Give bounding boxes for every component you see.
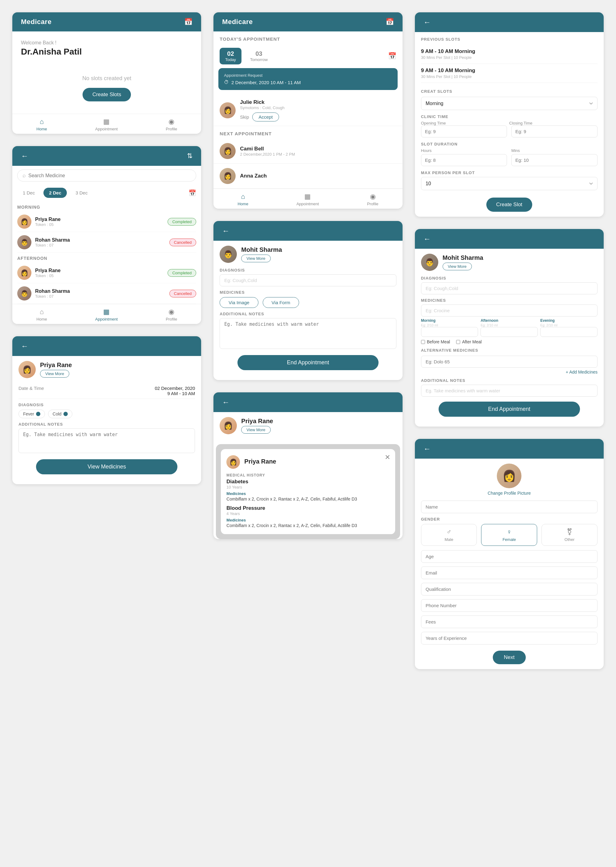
create-slots-button[interactable]: Create Slots — [83, 88, 131, 101]
before-meal-checkbox[interactable] — [421, 340, 425, 344]
appt-patient-info-7: Priya Rane View More — [241, 418, 273, 434]
back-arrow-4[interactable]: ← — [21, 151, 28, 160]
nav-profile-4[interactable]: ◉ Profile — [166, 308, 177, 322]
after-meal-checkbox[interactable] — [456, 340, 460, 344]
additional-notes-label-5: ADDITIONAL NOTES — [19, 422, 195, 427]
dosage-afternoon-input[interactable] — [481, 327, 538, 337]
calendar-icon-1[interactable]: 📅 — [184, 18, 193, 26]
modal-close-button[interactable]: ✕ — [385, 453, 390, 461]
cold-label: Cold — [53, 411, 61, 416]
nav-profile-2[interactable]: ◉ Profile — [367, 192, 379, 206]
search-input[interactable] — [28, 173, 191, 178]
gender-female[interactable]: ♀ Female — [481, 524, 537, 546]
name-input[interactable] — [421, 501, 597, 513]
view-more-button-5[interactable]: View More — [40, 370, 69, 378]
before-meal-check[interactable]: Before Meal — [421, 339, 450, 344]
date-pill-2dec[interactable]: 2 Dec — [43, 188, 67, 198]
notes-input-5[interactable] — [19, 429, 195, 453]
screen-mohit-prescription: ← 👨 Mohit Sharma View More DIAGNOSIS MED… — [415, 229, 604, 427]
gender-other[interactable]: ⚧ Other — [541, 524, 597, 546]
nav-appointment-2[interactable]: ▦ Appointment — [296, 192, 319, 206]
end-appointment-button-6[interactable]: End Appointment — [237, 355, 379, 370]
notes-input-6[interactable] — [220, 318, 396, 349]
nav-home-4[interactable]: ⌂ Home — [36, 308, 47, 322]
alt-med-input[interactable] — [421, 356, 597, 368]
back-arrow-7[interactable]: ← — [222, 398, 229, 407]
accept-button[interactable]: Accept — [252, 112, 279, 121]
nav-profile-1[interactable]: ◉ Profile — [166, 118, 177, 131]
app-header-7: ← — [214, 393, 402, 412]
experience-input[interactable] — [421, 632, 597, 645]
hours-input[interactable] — [421, 154, 507, 166]
slot-dur-row: Hours Mins — [421, 148, 597, 166]
slot-details-1: 30 Mins Per Slot | 10 People — [421, 55, 597, 60]
via-image-button[interactable]: Via Image — [220, 297, 258, 308]
dosage-morning-input[interactable] — [421, 327, 478, 337]
back-arrow-6[interactable]: ← — [222, 227, 229, 235]
back-arrow-3[interactable]: ← — [423, 18, 431, 27]
opening-time-input[interactable] — [421, 125, 507, 137]
diagnosis-input-8[interactable] — [421, 282, 597, 294]
sort-icon-4[interactable]: ⇅ — [187, 152, 193, 160]
date-pill-1dec[interactable]: 1 Dec — [17, 188, 40, 198]
max-person-select[interactable]: 10 — [421, 177, 597, 190]
nav-home-1[interactable]: ⌂ Home — [36, 118, 47, 131]
patient-info-cami: Cami Bell 2 December,2020 1 PM - 2 PM — [240, 146, 396, 156]
after-meal-check[interactable]: After Meal — [456, 339, 482, 344]
back-arrow-5[interactable]: ← — [21, 342, 28, 350]
notes-input-8[interactable] — [421, 385, 597, 397]
date-tab-today[interactable]: 02 Today — [220, 48, 242, 65]
closing-time-input[interactable] — [511, 125, 597, 137]
change-pic-link[interactable]: Change Profile Picture — [487, 491, 531, 496]
phone-input[interactable] — [421, 599, 597, 612]
dosage-afternoon-eg: Eg: 2/10 ml — [481, 323, 538, 327]
end-appointment-button-8[interactable]: End Appointment — [438, 402, 580, 417]
req-info-text: 2 December, 2020 10 AM - 11 AM — [231, 80, 301, 85]
nav-appointment-1[interactable]: ▦ Appointment — [95, 118, 118, 131]
search-input-wrap[interactable]: ⌕ — [17, 170, 196, 181]
appt-patient-row-7: 👩 Priya Rane View More — [220, 417, 396, 434]
view-medicines-button[interactable]: View Medicines — [36, 459, 178, 474]
diagnosis-input-6[interactable] — [220, 274, 396, 286]
slot-duration-label: SLOT DURATION — [421, 142, 597, 147]
calendar-icon-4[interactable]: 📅 — [189, 189, 196, 197]
view-more-button-7[interactable]: View More — [241, 426, 270, 434]
appt-patient-info-8: Mohit Sharma View More — [443, 254, 483, 270]
nav-appointment-4[interactable]: ▦ Appointment — [95, 308, 118, 322]
fees-input[interactable] — [421, 615, 597, 628]
calendar-icon-2[interactable]: 📅 — [386, 18, 394, 26]
back-arrow-9[interactable]: ← — [423, 445, 431, 453]
next-button[interactable]: Next — [493, 651, 526, 664]
view-more-button-6[interactable]: View More — [241, 255, 270, 262]
via-form-button[interactable]: Via Form — [263, 297, 299, 308]
sched-info-rohan-morning: Rohan Sharma Token : 07 — [35, 237, 166, 247]
dosage-evening-input[interactable] — [540, 327, 597, 337]
slot-dur-mins: Mins — [511, 148, 597, 166]
age-input[interactable] — [421, 550, 597, 563]
skip-button[interactable]: Skip — [240, 112, 249, 121]
date-pill-3dec[interactable]: 3 Dec — [70, 188, 93, 198]
before-meal-label: Before Meal — [427, 339, 450, 344]
morning-select[interactable]: Morning — [421, 97, 597, 110]
patient-name-julie: Julie Rick — [240, 99, 396, 106]
appt-patient-name-5: Priya Rane — [40, 361, 72, 369]
dt-val2: 9 AM - 10 AM — [155, 391, 195, 396]
view-more-button-8[interactable]: View More — [443, 263, 472, 270]
gender-male[interactable]: ♂ Male — [421, 524, 477, 546]
avatar-mohit-8: 👨 — [421, 254, 438, 271]
date-tab-tomorrow[interactable]: 03 Tomorrow — [245, 48, 273, 65]
create-slot-button[interactable]: Create Slot — [486, 197, 532, 212]
qualification-input[interactable] — [421, 583, 597, 596]
other-icon: ⚧ — [567, 528, 572, 536]
medicine-input-8[interactable] — [421, 304, 597, 317]
mins-input[interactable] — [511, 154, 597, 166]
nav-home-2[interactable]: ⌂ Home — [237, 192, 248, 206]
add-medicines-link[interactable]: + Add Medicines — [421, 370, 597, 375]
cal-icon-btn-2[interactable]: 📅 — [388, 52, 396, 60]
email-input[interactable] — [421, 566, 597, 579]
med-list-diabetes: Combiflam x 2, Crocin x 2, Rantac x 2, A… — [226, 497, 389, 501]
sched-token-rohan-afternoon: Token : 07 — [35, 294, 166, 299]
screen-today-appt: Medicare 📅 TODAY'S APPOINTMENT 02 Today … — [214, 12, 402, 209]
back-arrow-8[interactable]: ← — [423, 235, 431, 243]
diag-dot-fever — [36, 412, 40, 416]
